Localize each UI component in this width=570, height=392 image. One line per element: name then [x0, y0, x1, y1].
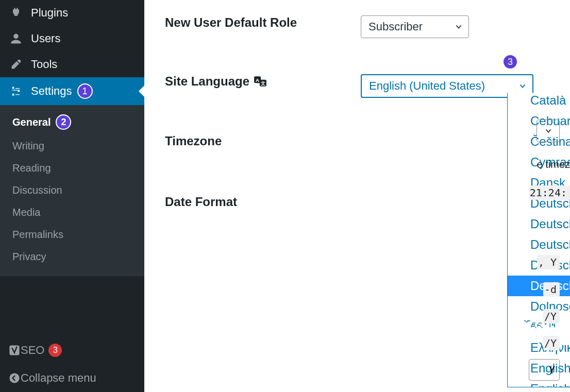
svg-text:文: 文 — [260, 81, 265, 86]
submenu-reading[interactable]: Reading — [0, 157, 144, 179]
label-default-role: New User Default Role — [165, 15, 361, 30]
annotation-3: 3 — [502, 54, 518, 70]
svg-point-1 — [9, 373, 19, 383]
chevron-down-icon — [518, 81, 527, 91]
sidebar-spacer — [0, 276, 144, 336]
chevron-down-icon — [454, 22, 463, 31]
submenu-general[interactable]: General 2 — [0, 109, 144, 135]
dateformat-custom-input[interactable]: Y — [529, 359, 560, 381]
svg-text:A: A — [256, 77, 259, 83]
row-date-format: Date Format — [165, 195, 549, 209]
language-option[interactable]: Català — [508, 93, 570, 111]
sliders-icon — [8, 85, 24, 97]
menu-label: Collapse menu — [21, 371, 96, 385]
menu-label: Users — [31, 32, 60, 45]
language-option[interactable]: Dolnoserbšćina — [508, 296, 570, 317]
timezone-hint-fragment: e timez — [537, 159, 570, 171]
select-value: Subscriber — [368, 20, 423, 33]
select-value: English (United States) — [369, 79, 485, 93]
sidebar-footer: SEO 3 Collapse menu — [0, 336, 144, 392]
language-option[interactable]: Ελληνικά — [508, 337, 570, 358]
language-option[interactable]: Deutsch (Österreich) — [508, 276, 570, 296]
dateformat-code-2: -d — [543, 282, 560, 297]
label-date-format: Date Format — [165, 195, 361, 209]
chevron-down-icon — [544, 126, 553, 135]
submenu-privacy[interactable]: Privacy — [0, 246, 144, 268]
menu-label: Tools — [31, 58, 57, 71]
select-timezone[interactable] — [537, 120, 560, 142]
annotation-1: 1 — [77, 83, 93, 99]
label-timezone: Timezone — [165, 134, 361, 148]
menu-item-tools[interactable]: Tools — [0, 52, 144, 77]
row-timezone: Timezone — [165, 134, 549, 148]
wrench-icon — [8, 58, 24, 71]
menu-item-users[interactable]: Users — [0, 26, 144, 52]
settings-general-form: New User Default Role Subscriber Site La… — [144, 0, 570, 392]
menu-label: SEO — [21, 344, 44, 357]
users-icon — [8, 32, 24, 45]
select-default-role[interactable]: Subscriber — [361, 15, 469, 38]
menu-label: Plugins — [31, 6, 68, 20]
language-option[interactable]: ཇོང་ཁ — [508, 317, 570, 337]
menu-item-seo[interactable]: SEO 3 — [0, 336, 144, 364]
menu-item-plugins[interactable]: Plugins — [0, 0, 144, 26]
language-option[interactable]: Deutsch (Sie) — [508, 214, 570, 234]
yoast-icon — [8, 344, 21, 356]
submenu-discussion[interactable]: Discussion — [0, 179, 144, 201]
language-option[interactable]: Deutsch — [508, 234, 570, 255]
dateformat-code-3: /Y — [543, 309, 560, 323]
row-site-language: Site Language A文 English (United States) — [165, 74, 549, 98]
label-site-language: Site Language A文 — [165, 74, 361, 89]
submenu-media[interactable]: Media — [0, 201, 144, 224]
admin-sidebar: Plugins Users Tools Settings 1 General 2… — [0, 0, 144, 392]
menu-label: Settings — [31, 84, 72, 98]
dateformat-code-1: , Y — [537, 255, 560, 269]
row-default-role: New User Default Role Subscriber — [165, 15, 549, 38]
collapse-icon — [8, 372, 21, 384]
submenu-permalinks[interactable]: Permalinks — [0, 224, 144, 246]
utc-time-fragment: 21:24: — [529, 185, 570, 200]
menu-item-settings[interactable]: Settings 1 — [0, 77, 144, 105]
collapse-menu-button[interactable]: Collapse menu — [0, 364, 144, 392]
submenu-writing[interactable]: Writing — [0, 135, 144, 157]
settings-submenu: General 2 Writing Reading Discussion Med… — [0, 105, 144, 276]
annotation-2: 2 — [56, 114, 71, 130]
plug-icon — [8, 7, 24, 19]
translate-icon: A文 — [254, 75, 267, 88]
seo-count-badge: 3 — [48, 344, 62, 357]
dateformat-code-4: /Y — [543, 336, 560, 350]
